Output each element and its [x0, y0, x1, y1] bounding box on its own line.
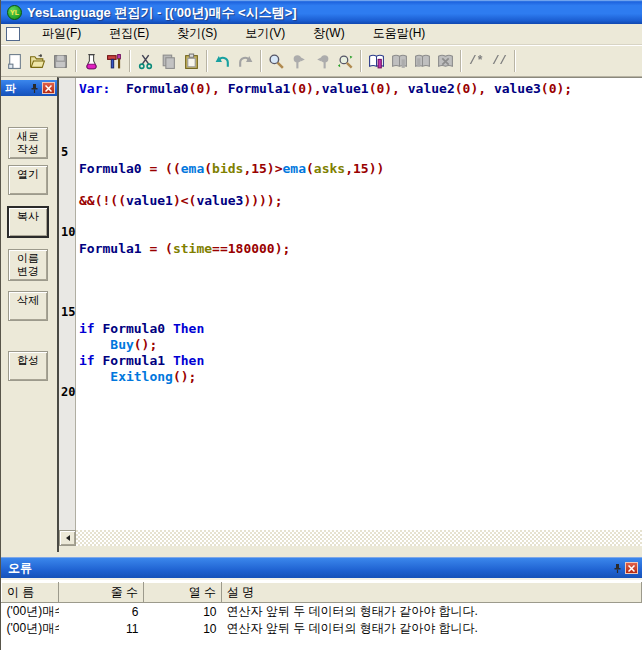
app-logo-icon: YL [7, 5, 22, 20]
redo-arrow-icon [237, 53, 254, 70]
menu-help[interactable]: 도움말(H) [359, 23, 440, 45]
menu-view[interactable]: 보기(V) [231, 23, 299, 45]
toolbar-separator [129, 50, 131, 72]
sidebar-button[interactable]: 삭제 [8, 291, 48, 321]
flask-icon [83, 53, 100, 70]
sidebar-button[interactable]: 합성 [8, 351, 48, 381]
toolbar-separator [260, 50, 262, 72]
sidebar-button[interactable]: 새로 작성 [8, 127, 48, 159]
undo-arrow-icon [214, 53, 231, 70]
copy-button[interactable] [157, 50, 180, 72]
redo-button[interactable] [234, 50, 257, 72]
comment-line-icon: // [492, 54, 506, 68]
comment-line-button[interactable]: // [488, 50, 511, 72]
code-line[interactable]: Exitlong(); [79, 369, 196, 385]
window-title: YesLanguage 편집기 - [('00년)매수 <시스템>] [27, 4, 297, 22]
search-magnifier-icon [268, 53, 285, 70]
menubar: 파일(F) 편집(E) 찾기(S) 보기(V) 창(W) 도움말(H) [1, 24, 642, 45]
book-add-button[interactable] [388, 50, 411, 72]
error-cell-desc: 연산자 앞뒤 두 데이터의 형태가 같아야 합니다. [222, 603, 642, 621]
error-row[interactable]: ('00년)매수1110연산자 앞뒤 두 데이터의 형태가 같아야 합니다. [2, 620, 642, 637]
build-tools-button[interactable] [103, 50, 126, 72]
horizontal-scrollbar[interactable] [59, 530, 642, 546]
toolbar-separator [514, 50, 516, 72]
close-panel-button[interactable] [625, 562, 638, 574]
code-line[interactable]: &&(!((value1)<(value3)))); [79, 193, 283, 209]
sidebar-button[interactable]: 열기 [8, 165, 48, 195]
open-folder-icon [29, 53, 46, 70]
search-button[interactable] [265, 50, 288, 72]
pin-icon[interactable] [612, 563, 623, 574]
menu-search[interactable]: 찾기(S) [163, 23, 231, 45]
pin-icon[interactable] [29, 83, 40, 94]
paste-clipboard-icon [183, 53, 200, 70]
comment-block-icon: /* [469, 54, 483, 68]
verify-formula-button[interactable] [80, 50, 103, 72]
undo-button[interactable] [211, 50, 234, 72]
book-open-icon [368, 53, 385, 70]
find-next-button[interactable] [288, 50, 311, 72]
comment-block-button[interactable]: /* [465, 50, 488, 72]
app-window: YL YesLanguage 편집기 - [('00년)매수 <시스템>] 파일… [0, 0, 642, 650]
book-copy-button[interactable] [411, 50, 434, 72]
column-header-desc[interactable]: 설 명 [222, 583, 642, 603]
code-line[interactable]: Formula0 = ((ema(bids,15)>ema(asks,15)) [79, 161, 384, 177]
error-cell-line: 6 [59, 603, 144, 621]
menu-window[interactable]: 창(W) [299, 23, 358, 45]
book-copy-icon [414, 53, 431, 70]
sidebar-button[interactable]: 복사 [8, 207, 48, 237]
error-row[interactable]: ('00년)매수610연산자 앞뒤 두 데이터의 형태가 같아야 합니다. [2, 603, 642, 621]
error-panel: 오류 이 름 줄 수 열 수 설 명 ('00년)매수610연산자 앞뒤 두 데… [1, 557, 642, 650]
save-button[interactable] [49, 50, 72, 72]
code-lines[interactable]: Var: Formula0(0), Formula1(0),value1(0),… [77, 78, 642, 530]
book-add-icon [391, 53, 408, 70]
code-line[interactable]: if Formula1 Then [79, 353, 204, 369]
column-header-line[interactable]: 줄 수 [59, 583, 144, 603]
cut-button[interactable] [134, 50, 157, 72]
toolbar-separator [75, 50, 77, 72]
error-table-container: 이 름 줄 수 열 수 설 명 ('00년)매수610연산자 앞뒤 두 데이터의… [1, 578, 642, 650]
book-delete-button[interactable] [434, 50, 457, 72]
code-editor: 5101520 Var: Formula0(0), Formula1(0),va… [57, 77, 642, 552]
error-cell-name: ('00년)매수 [2, 603, 59, 621]
column-header-name[interactable]: 이 름 [2, 583, 59, 603]
error-panel-title: 오류 [8, 560, 32, 577]
error-table: 이 름 줄 수 열 수 설 명 ('00년)매수610연산자 앞뒤 두 데이터의… [1, 582, 642, 637]
open-file-button[interactable] [26, 50, 49, 72]
paste-button[interactable] [180, 50, 203, 72]
line-number: 5 [59, 145, 74, 159]
save-disk-icon [52, 53, 69, 70]
menu-file[interactable]: 파일(F) [28, 23, 95, 45]
code-line[interactable]: Formula1 = (stime==180000); [79, 241, 290, 257]
copy-pages-icon [160, 53, 177, 70]
book-open-button[interactable] [365, 50, 388, 72]
toolbar-separator [460, 50, 462, 72]
file-panel-header: 파 [1, 80, 57, 96]
code-region[interactable]: 5101520 Var: Formula0(0), Formula1(0),va… [59, 78, 642, 530]
line-number: 15 [59, 305, 74, 319]
left-arrow-icon [66, 535, 70, 541]
close-panel-button[interactable] [42, 82, 55, 94]
code-line[interactable]: Var: Formula0(0), Formula1(0),value1(0),… [79, 81, 572, 97]
error-panel-header: 오류 [1, 557, 642, 578]
new-document-button[interactable] [3, 50, 26, 72]
find-prev-marker-icon [314, 53, 331, 70]
toolbar-separator [206, 50, 208, 72]
scroll-left-button[interactable] [59, 530, 76, 546]
titlebar: YL YesLanguage 편집기 - [('00년)매수 <시스템>] [1, 0, 642, 24]
error-cell-desc: 연산자 앞뒤 두 데이터의 형태가 같아야 합니다. [222, 620, 642, 637]
search-refresh-icon [337, 53, 354, 70]
menu-edit[interactable]: 편집(E) [95, 23, 163, 45]
search-refresh-button[interactable] [334, 50, 357, 72]
new-document-icon [6, 53, 23, 70]
hammer-tools-icon [106, 53, 123, 70]
code-line[interactable]: Buy(); [79, 337, 157, 353]
scrollbar-track[interactable] [76, 530, 642, 546]
error-cell-name: ('00년)매수 [2, 620, 59, 637]
find-prev-button[interactable] [311, 50, 334, 72]
sidebar-button[interactable]: 이름 변경 [8, 249, 48, 281]
mdi-document-icon[interactable] [6, 27, 20, 41]
column-header-col[interactable]: 열 수 [144, 583, 222, 603]
line-number: 10 [59, 225, 74, 239]
code-line[interactable]: if Formula0 Then [79, 321, 204, 337]
